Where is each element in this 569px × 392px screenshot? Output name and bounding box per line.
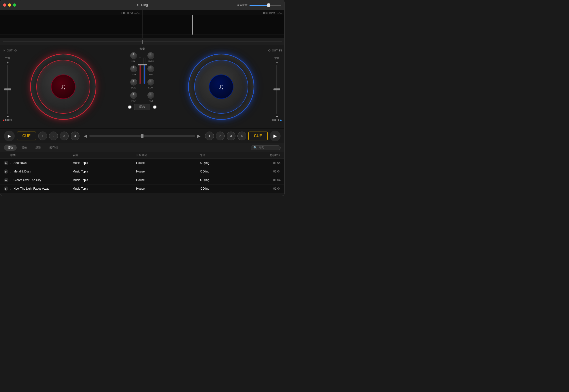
mid-knob-right[interactable]	[147, 65, 154, 72]
hotcue-1-left[interactable]: 1	[38, 132, 47, 140]
mid-knob-left[interactable]	[130, 65, 137, 72]
cue-button-left[interactable]: CUE	[17, 132, 36, 140]
fader-right[interactable]	[143, 57, 145, 84]
eq-fader-section: HIGH MID LOW FILT	[130, 52, 154, 102]
cf-right-arrow[interactable]: ▶	[197, 133, 201, 139]
loop-icon-right[interactable]: ⟲	[268, 49, 270, 52]
track-row[interactable]: ▶ ♩ Metal & Dusk Music Topia House X Dji…	[0, 167, 284, 176]
waveform-left[interactable]: 0.00 BPM ---:--	[0, 10, 142, 38]
tab-record[interactable]: 录制	[32, 145, 45, 151]
fader-thumb-left	[138, 64, 143, 65]
transport-row: ▶ CUE 1 2 3 4 ◀ ▶ 1 2 3 4 CUE ▶	[0, 128, 284, 143]
turntable-inner-left: ♫	[36, 60, 90, 114]
waveform-right[interactable]: 0.00 BPM ---:--	[142, 10, 284, 38]
crossfader-section: ◀ ▶	[81, 133, 203, 139]
pitch-minus-left[interactable]: −	[7, 115, 9, 118]
cue-button-right[interactable]: CUE	[248, 132, 268, 140]
play-button-right[interactable]: ▶	[270, 131, 281, 141]
high-label-right: HIGH	[148, 60, 154, 62]
filt-label-left: FILT	[132, 100, 136, 102]
deck-right: ⟲ OUT IN 节奏 + − 0.00% ♫	[169, 45, 284, 128]
fader-left[interactable]	[139, 57, 141, 84]
track-play-btn-3[interactable]: ▶	[4, 186, 8, 191]
pitch-slider-left[interactable]: 节奏 + − 0.00%	[3, 56, 13, 122]
cf-thumb	[141, 134, 143, 138]
hotcue-1-right[interactable]: 1	[205, 132, 214, 140]
track-genre-0: House	[136, 161, 200, 165]
pitch-label-right: 节奏	[274, 56, 279, 60]
track-play-btn-0[interactable]: ▶	[4, 161, 8, 165]
hotcue-3-left[interactable]: 3	[60, 132, 69, 140]
pitch-percent-left: 0.00%	[3, 119, 12, 122]
hotcue-2-right[interactable]: 2	[216, 132, 225, 140]
play-button-left[interactable]: ▶	[4, 131, 15, 141]
tab-cloud[interactable]: 云存储	[46, 145, 61, 151]
pitch-plus-right[interactable]: +	[276, 61, 278, 64]
track-title-0: Shutdown	[14, 161, 27, 165]
turntable-center-right: ♫	[209, 74, 234, 99]
deck-left: IN OUT ⟲ 节奏 + − 0.00% ♫	[0, 45, 115, 128]
out-label-right[interactable]: OUT	[272, 49, 278, 52]
turntable-left[interactable]: ♫	[30, 54, 96, 120]
fader-thumb-right	[142, 64, 147, 65]
pitch-plus-left[interactable]: +	[7, 61, 9, 64]
mixer: 音量 HIGH MID LOW FILT	[115, 45, 169, 128]
in-label-right[interactable]: IN	[279, 49, 282, 52]
volume-slider[interactable]	[249, 5, 281, 6]
cf-left-arrow[interactable]: ◀	[84, 133, 87, 139]
turntable-right[interactable]: ♫	[188, 54, 254, 120]
low-knob-left[interactable]	[130, 79, 137, 85]
track-row[interactable]: ▶ ♩ Shutdown Music Topia House X Djing 0…	[0, 159, 284, 167]
out-label-left[interactable]: OUT	[7, 49, 13, 52]
header-album: 专辑	[200, 153, 263, 157]
crossfader-bar[interactable]	[0, 38, 284, 45]
low-knob-right[interactable]	[147, 79, 154, 85]
pitch-minus-right[interactable]: −	[276, 115, 278, 118]
pitch-slider-right[interactable]: 节奏 + − 0.00%	[272, 56, 282, 122]
hotcue-3-right[interactable]: 3	[227, 132, 236, 140]
tab-effects[interactable]: 音效	[18, 145, 31, 151]
volume-thumb	[267, 3, 270, 7]
mid-label-right: MID	[149, 73, 153, 76]
track-row[interactable]: ▶ ♩ Gloom Over The City Music Topia Hous…	[0, 176, 284, 184]
playhead-left	[43, 15, 43, 35]
sync-button[interactable]: 同步	[134, 104, 150, 110]
bottom-tabs: 音轨 音效 录制 云存储 🔍	[0, 143, 284, 152]
crossfader-track	[3, 41, 282, 42]
waveforms-area: 0.00 BPM ---:-- 0.00 BPM ---:--	[0, 10, 284, 38]
close-button[interactable]	[3, 3, 6, 7]
in-label-left[interactable]: IN	[3, 49, 5, 52]
filt-knob-left[interactable]	[130, 92, 137, 99]
hotcue-2-left[interactable]: 2	[49, 132, 58, 140]
fullscreen-button[interactable]	[13, 3, 16, 7]
sync-row: 同步	[128, 104, 157, 110]
track-header: 歌曲 表演 音乐体裁 专辑 持续时间	[0, 152, 284, 159]
tab-track[interactable]: 音轨	[4, 145, 17, 151]
note-icon-1: ♩	[10, 170, 12, 173]
search-box[interactable]: 🔍	[251, 145, 281, 150]
track-play-btn-1[interactable]: ▶	[4, 169, 8, 174]
track-play-btn-2[interactable]: ▶	[4, 178, 8, 182]
in-out-right: ⟲ OUT IN	[268, 49, 282, 52]
cf-track[interactable]	[89, 135, 195, 137]
fader-fill-left	[140, 65, 141, 84]
track-album-1: X Djing	[200, 170, 263, 173]
track-title-2: Gloom Over The City	[14, 178, 41, 182]
hotcue-4-right[interactable]: 4	[237, 132, 246, 140]
high-knob-left[interactable]	[130, 52, 137, 59]
track-album-0: X Djing	[200, 161, 263, 165]
waveform-main-right	[142, 15, 284, 35]
loop-icon-left[interactable]: ⟲	[14, 49, 17, 52]
track-row[interactable]: ▶ ♩ How The Light Fades Away Music Topia…	[0, 184, 284, 193]
sync-indicator-right	[153, 105, 157, 109]
filt-knob-right[interactable]	[147, 92, 154, 99]
pitch-track-right	[276, 65, 277, 114]
minimize-button[interactable]	[8, 3, 11, 7]
track-genre-1: House	[136, 170, 200, 173]
search-input[interactable]	[258, 146, 278, 149]
high-knob-right[interactable]	[147, 52, 154, 59]
hotcue-4-left[interactable]: 4	[71, 132, 79, 140]
filt-label-right: FILT	[149, 100, 153, 102]
track-album-2: X Djing	[200, 178, 263, 182]
track-duration-3: 01:04	[263, 187, 281, 190]
